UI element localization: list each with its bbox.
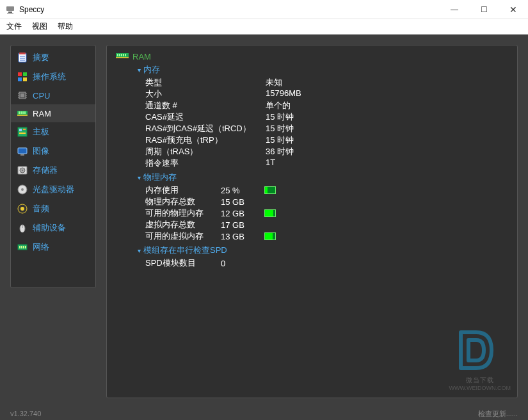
memory-val: 15 时钟	[266, 111, 294, 123]
memory-row: RAS#到CAS#延迟（tRCD）15 时钟	[138, 123, 508, 134]
titlebar: Speccy — ☐ ✕	[0, 0, 528, 19]
memory-key: RAS#到CAS#延迟（tRCD）	[138, 123, 266, 134]
content-panel: RAM ▾内存 类型未知大小15796MB通道数 #单个的CAS#延迟15 时钟…	[106, 45, 518, 398]
physical-key: 物理内存总数	[138, 196, 221, 207]
memory-key: RAS#预充电（tRP）	[138, 134, 266, 146]
svg-rect-27	[19, 129, 22, 131]
watermark: 微当下载 WWW.WEIDOWN.COM	[449, 325, 511, 391]
section-title-ram[interactable]: RAM	[116, 52, 508, 61]
close-button[interactable]: ✕	[499, 0, 528, 19]
svg-rect-50	[123, 54, 124, 56]
sidebar-item-graphics[interactable]: 图像	[11, 141, 95, 161]
expand-icon: ▾	[138, 174, 141, 181]
audio-icon	[17, 204, 28, 214]
svg-rect-13	[20, 93, 24, 97]
svg-rect-21	[19, 111, 20, 114]
memory-val: 单个的	[266, 100, 291, 111]
svg-rect-44	[23, 246, 24, 248]
physical-key: 虚拟内存总数	[138, 219, 221, 230]
menu-help[interactable]: 帮助	[58, 21, 73, 32]
svg-rect-24	[24, 111, 26, 114]
optical-icon	[17, 184, 28, 195]
expand-icon: ▾	[138, 67, 141, 74]
physical-val: 17 GB	[221, 220, 262, 230]
physical-row: 虚拟内存总数17 GB	[138, 219, 508, 230]
svg-rect-47	[117, 54, 118, 56]
memory-key: 类型	[138, 77, 266, 88]
memory-row: RAS#预充电（tRP）15 时钟	[138, 134, 508, 146]
memory-row: 通道数 #单个的	[138, 100, 508, 111]
svg-point-34	[22, 170, 23, 171]
window-title: Speccy	[19, 5, 440, 14]
menu-view[interactable]: 视图	[32, 21, 47, 32]
subsection-spd[interactable]: ▾模组存在串行检查SPD	[138, 245, 508, 256]
physical-key: 可用的物理内存	[138, 207, 221, 219]
sidebar-item-peripherals[interactable]: 辅助设备	[11, 218, 95, 238]
svg-rect-48	[119, 54, 120, 56]
ram-icon	[116, 52, 129, 61]
expand-icon: ▾	[138, 247, 141, 254]
svg-rect-25	[17, 115, 28, 116]
summary-icon	[17, 52, 28, 63]
memory-key: 周期（tRAS）	[138, 146, 266, 158]
sidebar-item-label: 音频	[33, 203, 49, 214]
sidebar-item-label: CPU	[33, 91, 50, 101]
spd-key: SPD模块数目	[138, 257, 221, 269]
usage-bar	[264, 209, 276, 217]
physical-val: 15 GB	[221, 197, 262, 207]
memory-val: 15796MB	[266, 88, 301, 100]
svg-rect-11	[23, 77, 27, 81]
svg-rect-0	[6, 6, 14, 11]
svg-rect-3	[19, 53, 26, 62]
sidebar-item-audio[interactable]: 音频	[11, 199, 95, 218]
mobo-icon	[17, 127, 28, 137]
sidebar-item-mobo[interactable]: 主板	[11, 122, 95, 141]
sidebar-item-cpu[interactable]: CPU	[11, 86, 95, 104]
usage-bar	[264, 186, 276, 194]
memory-val: 1T	[266, 158, 275, 169]
maximize-button[interactable]: ☐	[469, 0, 499, 19]
menubar: 文件 视图 帮助	[0, 19, 528, 35]
memory-key: 大小	[138, 88, 266, 100]
memory-val: 36 时钟	[266, 146, 294, 158]
subsection-physical[interactable]: ▾物理内存	[138, 172, 508, 183]
sidebar-item-label: 辅助设备	[33, 222, 66, 234]
memory-val: 15 时钟	[266, 123, 294, 134]
physical-row: 内存使用25 %	[138, 184, 508, 196]
watermark-text: 微当下载	[449, 376, 511, 385]
sidebar-item-label: 网络	[33, 241, 49, 253]
network-icon	[17, 242, 28, 252]
memory-row: 大小15796MB	[138, 88, 508, 100]
spd-row: SPD模块数目 0	[138, 257, 508, 269]
memory-key: 指令速率	[138, 158, 266, 169]
app-icon	[5, 4, 15, 15]
os-icon	[17, 72, 28, 82]
memory-val: 未知	[266, 77, 282, 88]
menu-file[interactable]: 文件	[6, 21, 22, 32]
physical-val: 25 %	[221, 186, 262, 195]
svg-point-36	[21, 188, 24, 191]
sidebar-item-optical[interactable]: 光盘驱动器	[11, 180, 95, 199]
usage-bar	[264, 232, 276, 240]
physical-key: 内存使用	[138, 184, 221, 196]
sidebar-item-network[interactable]: 网络	[11, 238, 95, 257]
sidebar-item-storage[interactable]: 存储器	[11, 161, 95, 180]
peripherals-icon	[17, 223, 28, 233]
physical-val: 12 GB	[221, 209, 262, 218]
physical-row: 物理内存总数15 GB	[138, 196, 508, 207]
sidebar-item-label: 存储器	[33, 165, 58, 176]
sidebar-item-os[interactable]: 操作系统	[11, 67, 95, 86]
status-update[interactable]: 检查更新......	[478, 409, 518, 419]
sidebar-item-ram[interactable]: RAM	[11, 104, 95, 122]
subsection-memory[interactable]: ▾内存	[138, 64, 508, 76]
physical-row: 可用的物理内存12 GB	[138, 207, 508, 219]
sidebar-item-label: 光盘驱动器	[33, 184, 74, 195]
physical-row: 可用的虚拟内存13 GB	[138, 230, 508, 242]
minimize-button[interactable]: —	[440, 0, 469, 19]
window-buttons: — ☐ ✕	[440, 0, 528, 19]
svg-rect-10	[18, 77, 22, 81]
memory-row: 周期（tRAS）36 时钟	[138, 146, 508, 158]
cpu-icon	[17, 90, 28, 101]
sidebar-item-summary[interactable]: 摘要	[11, 48, 95, 67]
memory-val: 15 时钟	[266, 134, 294, 146]
